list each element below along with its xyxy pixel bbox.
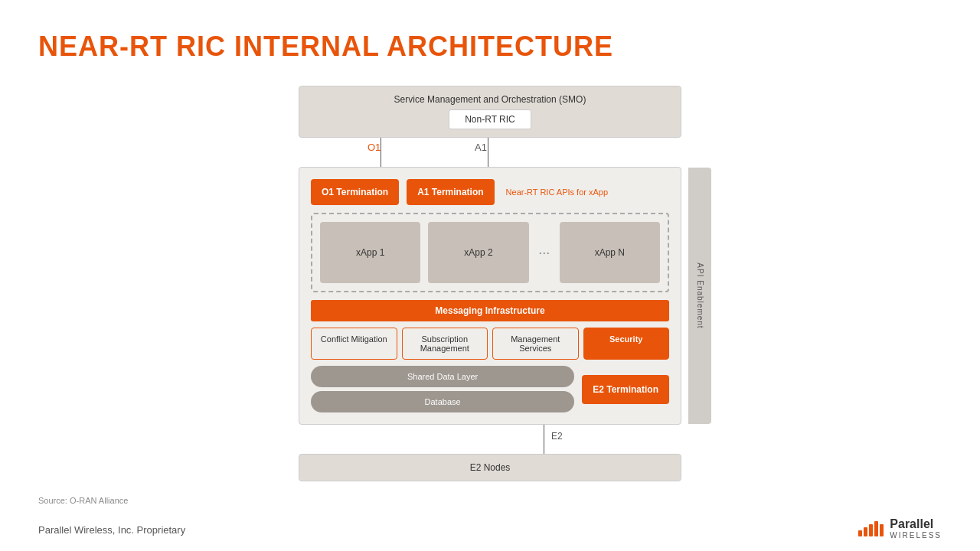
api-enablement-label: API Enablement	[696, 262, 704, 328]
bottom-row: Shared Data Layer Database E2 Terminatio…	[311, 366, 669, 412]
e2-termination-btn: E2 Termination	[582, 375, 669, 404]
api-enablement-sidebar: API Enablement	[688, 168, 711, 424]
bar-2	[864, 527, 867, 536]
e2-nodes-box: E2 Nodes	[299, 454, 681, 481]
logo-text: Parallel	[890, 517, 933, 531]
diagram-area: Service Management and Orchestration (SM…	[38, 86, 942, 481]
smo-box: Service Management and Orchestration (SM…	[299, 86, 681, 138]
bar-5	[880, 524, 884, 536]
page: NEAR-RT RIC INTERNAL ARCHITECTURE Servic…	[0, 0, 980, 551]
xapp-area: xApp 1 xApp 2 ··· xApp N	[311, 213, 669, 292]
services-row: Conflict Mitigation SubscriptionManageme…	[311, 328, 669, 360]
o1-label: O1	[368, 142, 381, 153]
management-services: ManagementServices	[492, 328, 579, 360]
page-title: NEAR-RT RIC INTERNAL ARCHITECTURE	[38, 31, 942, 63]
xapp-n: xApp N	[560, 222, 660, 283]
footer-brand: Parallel Wireless, Inc. Proprietary	[38, 524, 185, 536]
api-label: Near-RT RIC APIs for xApp	[506, 187, 608, 197]
subscription-management: SubscriptionManagement	[402, 328, 488, 360]
diagram-container: Service Management and Orchestration (SM…	[299, 86, 681, 481]
database: Database	[311, 391, 574, 412]
near-rt-ric-box: API Enablement O1 Termination A1 Termina…	[299, 167, 681, 425]
shared-data-layer: Shared Data Layer	[311, 366, 574, 387]
xapp-2: xApp 2	[428, 222, 528, 283]
data-layer-area: Shared Data Layer Database	[311, 366, 574, 412]
a1-line	[488, 138, 488, 167]
xapp-1: xApp 1	[320, 222, 420, 283]
bar-3	[869, 524, 873, 536]
bar-1	[858, 530, 862, 536]
smo-label: Service Management and Orchestration (SM…	[307, 94, 673, 105]
security: Security	[583, 328, 670, 360]
xapp-dots: ···	[537, 222, 552, 283]
e2-line	[544, 425, 544, 454]
a1-termination-btn: A1 Termination	[407, 179, 494, 205]
non-rt-ric: Non-RT RIC	[449, 109, 531, 129]
logo-bars	[858, 521, 884, 536]
footer-logo: Parallel WIRELESS	[858, 517, 942, 540]
o1-termination-btn: O1 Termination	[311, 179, 399, 205]
logo-sub: WIRELESS	[890, 531, 942, 540]
source-label: Source: O-RAN Alliance	[38, 496, 128, 505]
top-row: O1 Termination A1 Termination Near-RT RI…	[311, 179, 669, 205]
logo-text-wrapper: Parallel WIRELESS	[890, 517, 942, 540]
connector-row: O1 A1	[299, 138, 681, 167]
messaging-bar: Messaging Infrastructure	[311, 300, 669, 321]
o1-line	[381, 138, 381, 167]
a1-label: A1	[475, 142, 487, 153]
bar-4	[874, 521, 878, 536]
conflict-mitigation: Conflict Mitigation	[311, 328, 397, 360]
e2-connector-row: E2	[299, 425, 681, 454]
e2-label: E2	[551, 431, 563, 442]
